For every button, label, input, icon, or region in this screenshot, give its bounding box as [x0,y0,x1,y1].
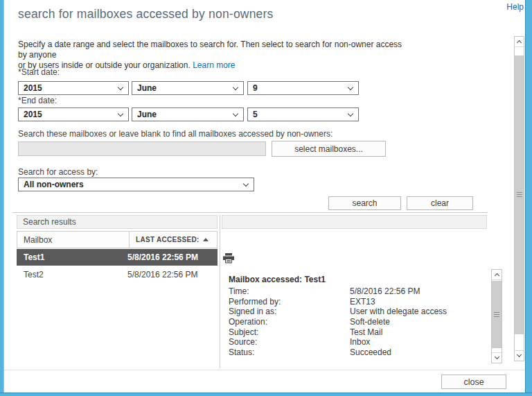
scroll-up-icon[interactable] [492,270,502,280]
detail-row-performed-by: Performed by: EXT13 [229,297,485,307]
help-link[interactable]: Help [506,2,524,12]
end-year-select[interactable]: 2015 [18,107,129,121]
detail-row-source: Source: Inbox [229,337,485,347]
sort-ascending-icon [203,238,209,241]
detail-scrollbar-thumb[interactable] [492,281,502,348]
search-button[interactable]: search [328,196,401,210]
mailboxes-input[interactable] [18,141,266,156]
select-mailboxes-button[interactable]: select mailboxes... [272,141,386,157]
detail-scrollbar[interactable] [491,269,502,363]
chevron-down-icon [233,110,238,116]
page-scrollbar[interactable] [514,36,524,361]
detail-row-operation: Operation: Soft-delete [229,317,485,327]
results-top-divider [12,212,488,213]
chevron-down-icon [348,84,353,89]
clear-button[interactable]: clear [407,196,473,210]
detail-row-status: Status: Succeeded [229,347,485,358]
chevron-down-icon [243,180,249,186]
grip-icon [494,312,499,318]
start-day-select[interactable]: 9 [247,81,359,95]
chevron-down-icon [348,110,353,116]
end-month-select[interactable]: June [132,107,244,121]
description-line1: Specify a date range and select the mail… [18,40,402,60]
column-header-mailbox[interactable]: Mailbox [17,231,130,248]
close-button[interactable]: close [441,375,506,389]
detail-row-subject: Subject: Test Mail [229,327,485,337]
chevron-down-icon [118,84,123,89]
scroll-down-icon[interactable] [492,352,502,363]
start-year-select[interactable]: 2015 [18,81,129,95]
pane-divider [220,215,220,368]
scroll-up-icon[interactable] [515,37,524,47]
start-date-label: *Start date: [18,67,60,77]
window-border-right [525,0,532,396]
access-by-select[interactable]: All non-owners [18,178,254,191]
print-icon[interactable] [223,253,234,266]
learn-more-link[interactable]: Learn more [193,60,235,70]
end-date-label: *End date: [18,96,57,105]
details-header-bar [222,215,487,229]
table-row[interactable]: Test2 5/8/2016 22:56 PM [17,267,218,282]
start-month-select[interactable]: June [132,81,244,95]
page-scrollbar-thumb[interactable] [515,55,524,334]
chevron-down-icon [233,84,238,89]
detail-row-signed-in-as: Signed in as: User with delegate access [229,307,485,317]
search-results-header: Search results [17,215,218,229]
scroll-down-icon[interactable] [515,350,524,361]
mailboxes-label: Search these mailboxes or leave blank to… [18,129,332,139]
access-by-label: Search for access by: [18,167,98,177]
detail-fields: Time: 5/8/2016 22:56 PM Performed by: EX… [229,286,485,357]
column-header-last-accessed[interactable]: LAST ACCESSED: [129,231,218,248]
footer-divider [4,370,525,370]
detail-row-time: Time: 5/8/2016 22:56 PM [229,286,485,297]
table-row-selected[interactable]: Test1 5/8/2016 22:56 PM [17,249,218,266]
window-border-left [0,0,4,396]
grip-icon [517,192,522,198]
chevron-down-icon [118,110,123,116]
end-day-select[interactable]: 5 [247,107,359,121]
page-description: Specify a date range and select the mail… [18,40,406,71]
window-border-bottom [0,393,532,396]
non-owner-mailbox-access-dialog: Help search for mailboxes accessed by no… [0,0,532,396]
page-title: search for mailboxes accessed by non-own… [18,7,274,21]
detail-title: Mailbox accessed: Test1 [229,275,326,284]
